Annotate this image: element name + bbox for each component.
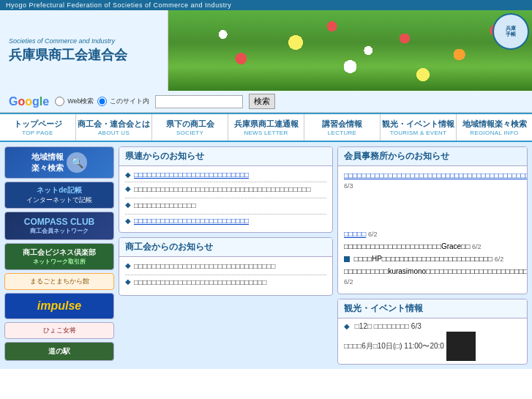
web-radio[interactable] (55, 97, 64, 106)
kanko-panel: 観光・イベント情報 ◆ □12□ □□□□□□□□ 6/3 □□□□6月□10日… (337, 299, 528, 365)
diamond-icon-2: ◆ (125, 184, 131, 193)
compass-title: COMPASS CLUB (10, 217, 109, 227)
header-badge: 兵庫手帳 (492, 13, 529, 50)
impulse-label: impulse (37, 299, 81, 312)
marugoto-label: まるごとまちから館 (30, 277, 89, 285)
kanko-item-1: ◆ □12□ □□□□□□□□ 6/3 □□□□6月□10日(□) 11:00〜… (338, 318, 527, 364)
search-icon: 🔍 (67, 152, 87, 173)
michi-label: 道の駅 (48, 347, 70, 355)
top-bar-text: Hyogo Prefectural Federation of Societie… (6, 1, 231, 9)
member-panel: 会員事務所からのお知らせ □□□□□□□□□□□□□□□□□□□□□□□□□□□… (337, 146, 528, 294)
sidebar-widget-michi[interactable]: 道の駅 (4, 342, 114, 361)
member-news-header: 会員事務所からのお知らせ (338, 147, 527, 166)
qr-code (446, 332, 476, 361)
search-button[interactable]: 検索 (249, 94, 275, 109)
sidebar-widget-business[interactable]: 商工会ビジネス倶楽部 ネットワーク取引所 (4, 243, 114, 270)
sidebar-widget-chiiki[interactable]: 地域情報楽々検索 🔍 (4, 146, 114, 179)
member-news-item-2: □□□□□□□□□□□□□□□□□□□□□□Grace□□ 6/2 (344, 242, 521, 252)
search-input[interactable] (155, 95, 243, 108)
nav-item-about[interactable]: 商工会・連合会とは ABOUT US (76, 114, 152, 141)
business-title: 商工会ビジネス倶楽部 (9, 247, 110, 258)
header-title-jp: 兵庫県商工会連合会 (9, 48, 159, 64)
sidebar-widget-impulse[interactable]: impulse (4, 293, 114, 319)
kanko-sub-1: □□□□6月□10日(□) 11:00〜20:0 (344, 342, 444, 350)
search-bar: Google Web検索 このサイト内 検索 (0, 91, 532, 113)
member-date-4: 6/2 (344, 278, 353, 286)
nav-item-top[interactable]: トップページ TOP PAGE (0, 114, 76, 141)
diamond-icon-4: ◆ (125, 217, 131, 225)
sidebar-widget-girl[interactable]: ひょこ女将 (4, 322, 114, 339)
shoko-news-panel: 商工会からのお知らせ ◆ □□□□□□□□□□□□□□□□□□□□□□□□□□□… (119, 237, 333, 296)
net-title: ネットde記帳 (10, 185, 109, 195)
radio-group: Web検索 このサイト内 (55, 97, 149, 106)
member-text-2: □□□□□□□□□□□□□□□□□□□□□□Grace□□ (344, 242, 470, 250)
top-bar: Hyogo Prefectural Federation of Societie… (0, 0, 532, 10)
sidebar-widget-compass[interactable]: COMPASS CLUB 商工会員ネットワーク (4, 212, 114, 240)
sidebar-widget-net[interactable]: ネットde記帳 インターネットで記帳 (4, 182, 114, 209)
compass-sub: 商工会員ネットワーク (10, 227, 109, 235)
shoko-text-2: □□□□□□□□□□□□□□□□□□□□□□□□□□□□□□ (134, 277, 266, 288)
kanko-text-1: □12□ □□□□□□□□ 6/3 (355, 322, 422, 330)
google-logo: Google (9, 95, 49, 108)
shoko-news-body: ◆ □□□□□□□□□□□□□□□□□□□□□□□□□□□□□□□□ ◆ □□□… (119, 257, 332, 295)
shoko-news-header: 商工会からのお知らせ (119, 238, 332, 257)
nav-item-society[interactable]: 県下の商工会 SOCIETY (152, 114, 228, 141)
sidebar-widget-marugoto[interactable]: まるごとまちから館 (4, 273, 114, 290)
business-sub: ネットワーク取引所 (9, 258, 110, 266)
shoko-news-item-1: ◆ □□□□□□□□□□□□□□□□□□□□□□□□□□□□□□□□ (125, 261, 326, 272)
center-column: 県連からのお知らせ ◆ □□□□□□□□□□□□□□□□□□□□□□□□□□ ◆… (119, 146, 333, 365)
member-date-2: 6/2 (472, 243, 482, 250)
right-column: 会員事務所からのお知らせ □□□□□□□□□□□□□□□□□□□□□□□□□□□… (337, 146, 528, 365)
news-item-4: ◆ □□□□□□□□□□□□□□□□□□□□□□□□□□ (125, 217, 326, 225)
shoko-diamond-1: ◆ (125, 261, 131, 269)
member-news-item-3: □□□□HP□□□□□□□□□□□□□□□□□□□□□□□□□ 6/2 (344, 254, 521, 264)
header-image: 兵庫手帳 (168, 10, 532, 91)
shoko-text-1: □□□□□□□□□□□□□□□□□□□□□□□□□□□□□□□□ (134, 261, 275, 272)
shoko-diamond-2: ◆ (125, 277, 131, 286)
news-item-2: ◆ □□□□□□□□□□□□□□□□□□□□□□□□□□□□□□□□□□□□□□… (125, 184, 326, 195)
member-intro-text: □□□□□□□□□□□□□□□□□□□□□□□□□□□□□□□□□□□□□□□□… (344, 171, 528, 222)
news-link-4[interactable]: □□□□□□□□□□□□□□□□□□□□□□□□□□ (134, 217, 249, 225)
member-link-1[interactable]: □□□□□ (344, 230, 366, 238)
shoko-news-item-2: ◆ □□□□□□□□□□□□□□□□□□□□□□□□□□□□□□ (125, 277, 326, 288)
news-item-3: ◆ □□□□□□□□□□□□□□ (125, 201, 326, 211)
member-news-item-4: □□□□□□□□□□kurasimono□□□□□□□□□□□□□□□□□□□□… (344, 266, 521, 287)
flower-background (168, 10, 532, 91)
member-intro-date: 6/3 (344, 182, 353, 190)
member-news-list: □□□□□ 6/2 □□□□□□□□□□□□□□□□□□□□□□Grace□□ … (338, 226, 527, 294)
news-text-2: □□□□□□□□□□□□□□□□□□□□□□□□□□□□□□□□□□□□□□□□ (134, 184, 311, 195)
member-body: □□□□□□□□□□□□□□□□□□□□□□□□□□□□□□□□□□□□□□□□… (338, 166, 527, 226)
chiiki-text: 地域情報楽々検索 (31, 152, 64, 174)
member-date-3: 6/2 (495, 256, 504, 263)
member-intro-link[interactable]: □□□□□□□□□□□□□□□□□□□□□□□□□□□□□□□□□□□□□□□□… (344, 171, 528, 179)
news-item-1: ◆ □□□□□□□□□□□□□□□□□□□□□□□□□□ (125, 171, 326, 179)
nav-bar: トップページ TOP PAGE 商工会・連合会とは ABOUT US 県下の商工… (0, 113, 532, 142)
pref-news-body: ◆ □□□□□□□□□□□□□□□□□□□□□□□□□□ ◆ □□□□□□□□□… (119, 166, 332, 232)
member-text-3: □□□□HP□□□□□□□□□□□□□□□□□□□□□□□□□ (354, 255, 492, 263)
member-date-1: 6/2 (368, 231, 378, 238)
nav-item-lecture[interactable]: 講習会情報 LECTURE (304, 114, 381, 141)
nav-item-tourism[interactable]: 観光・イベント情報 TOURISM & EVENT (381, 114, 457, 141)
net-sub: インターネットで記帳 (10, 195, 109, 205)
member-news-item-1: □□□□□ 6/2 (344, 229, 521, 239)
header-area: Societies of Commerce and Industry 兵庫県商工… (0, 10, 532, 91)
kanko-diamond-1: ◆ (344, 322, 350, 330)
web-radio-label: Web検索 (67, 97, 94, 106)
news-link-1[interactable]: □□□□□□□□□□□□□□□□□□□□□□□□□□ (134, 171, 249, 179)
kanko-header: 観光・イベント情報 (338, 299, 527, 318)
news-text-3: □□□□□□□□□□□□□□ (134, 201, 196, 211)
nav-item-newsletter[interactable]: 兵庫県商工連通報 NEWS LETTER (228, 114, 304, 141)
site-radio-label: このサイト内 (110, 97, 149, 106)
header-left: Societies of Commerce and Industry 兵庫県商工… (0, 10, 168, 91)
nav-item-regional[interactable]: 地域情報楽々検索 REGIONAL INFO (457, 114, 532, 141)
main-content: 地域情報楽々検索 🔍 ネットde記帳 インターネットで記帳 COMPASS CL… (0, 142, 532, 369)
diamond-icon-3: ◆ (125, 201, 131, 209)
sidebar: 地域情報楽々検索 🔍 ネットde記帳 インターネットで記帳 COMPASS CL… (4, 146, 114, 365)
member-text-4: □□□□□□□□□□kurasimono□□□□□□□□□□□□□□□□□□□□… (344, 267, 528, 275)
pref-news-header: 県連からのお知らせ (119, 147, 332, 166)
girl-label: ひょこ女将 (43, 327, 76, 334)
diamond-icon-1: ◆ (125, 171, 131, 179)
blue-square-icon (344, 256, 350, 262)
header-logo-text: Societies of Commerce and Industry (9, 37, 159, 45)
site-radio[interactable] (97, 97, 107, 106)
